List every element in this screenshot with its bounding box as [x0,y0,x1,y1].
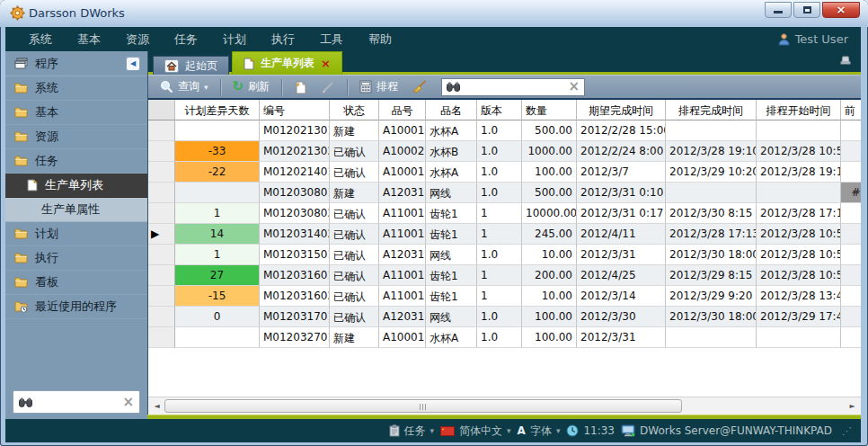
sidebar-item-4[interactable]: 生产单列表 [5,174,147,198]
cell-end[interactable] [666,327,757,348]
column-header-10[interactable]: 前 [841,100,861,120]
status-font-menu[interactable]: A 字体 ▾ [518,424,561,439]
cell-diff[interactable] [175,120,260,141]
table-row[interactable]: ▶14M012031402已确认A11001齿轮11245.002012/4/1… [148,224,861,245]
clear-button[interactable] [407,78,431,95]
cell-item_no[interactable]: A11001 [379,286,426,307]
cell-item_name[interactable]: 网线 [426,183,477,203]
cell-item_no[interactable]: A10001 [379,120,426,141]
cell-due[interactable]: 2012/3/31 0:10 [577,183,666,203]
cell-item_name[interactable]: 水杯A [426,327,477,348]
menu-item-3[interactable]: 任务 [162,28,210,51]
cell-item_no[interactable]: A12031 [379,183,426,203]
cell-ver[interactable]: 1 [477,203,522,224]
column-header-1[interactable]: 编号 [260,100,330,120]
row-selector[interactable]: ▶ [148,224,175,245]
column-header-5[interactable]: 版本 [477,100,522,120]
cell-item_name[interactable]: 水杯A [426,162,477,183]
row-selector[interactable] [148,141,175,162]
menu-item-6[interactable]: 工具 [307,28,356,51]
cell-status[interactable]: 已确认 [330,162,379,183]
cell-no[interactable]: M012031602 [260,286,330,307]
cell-extra[interactable] [841,245,861,265]
cell-start[interactable]: 2012/3/29 17:46 [757,307,841,327]
column-header-2[interactable]: 状态 [330,100,379,120]
toolbar-search-clear-icon[interactable]: × [569,80,580,94]
cell-due[interactable]: 2012/3/31 0:17 [577,203,666,224]
refresh-button[interactable]: ↻ 刷新 [228,77,275,96]
cell-status[interactable]: 已确认 [330,203,379,224]
sidebar-search-input[interactable] [32,396,122,408]
sidebar-item-3[interactable]: 任务 [5,149,147,174]
cell-due[interactable]: 2012/3/14 [577,286,666,307]
status-language-menu[interactable]: 简体中文 ▾ [440,424,511,439]
cell-item_no[interactable]: A11001 [379,265,426,286]
sidebar-item-8[interactable]: 看板 [5,271,147,295]
cell-end[interactable]: 2012/3/30 18:00 [666,307,757,327]
title-bar[interactable]: Darsson DWorks × [0,0,868,27]
cell-extra[interactable] [841,203,861,224]
sidebar-collapse-button[interactable]: ◀ [126,57,140,71]
cell-status[interactable]: 已确认 [330,224,379,245]
query-dropdown-icon[interactable]: ▾ [204,83,208,92]
cell-diff[interactable]: 1 [175,245,260,265]
pin-icon[interactable] [839,56,852,67]
cell-extra[interactable] [841,224,861,245]
cell-status[interactable]: 已确认 [330,141,379,162]
cell-ver[interactable]: 1.0 [477,327,522,348]
row-selector[interactable] [148,183,175,203]
table-row[interactable]: M012030801新建A12031网线1.0500.002012/3/31 0… [148,183,861,203]
column-header-8[interactable]: 排程完成时间 [666,100,757,120]
tab-close-icon[interactable]: × [321,58,331,69]
tab-1[interactable]: 生产单列表× [232,51,342,75]
cell-status[interactable]: 已确认 [330,307,379,327]
cell-due[interactable]: 2012/2/24 8:00 [577,141,666,162]
cell-start[interactable] [757,183,841,203]
sidebar-item-0[interactable]: 系统 [5,76,147,101]
cell-diff[interactable] [175,327,260,348]
cell-ver[interactable]: 1 [477,224,522,245]
font-dropdown-icon[interactable]: ▾ [556,426,561,435]
cell-end[interactable] [666,120,757,141]
minimize-button[interactable] [765,2,792,18]
row-selector[interactable] [148,265,175,286]
cell-no[interactable]: M012032701 [260,327,330,348]
cell-end[interactable] [666,183,757,203]
cell-diff[interactable]: 27 [175,265,260,286]
cell-start[interactable] [757,327,841,348]
cell-due[interactable]: 2012/3/30 [577,307,666,327]
cell-ver[interactable]: 1 [477,286,522,307]
edit-button[interactable] [316,78,340,96]
row-selector[interactable] [148,307,175,327]
cell-ver[interactable]: 1.0 [477,245,522,265]
new-button[interactable] [289,78,312,96]
cell-due[interactable]: 2012/4/11 [577,224,666,245]
cell-status[interactable]: 已确认 [330,245,379,265]
cell-start[interactable]: 2012/3/28 10:52 [757,245,841,265]
cell-item_no[interactable]: A10001 [379,327,426,348]
user-indicator[interactable]: Test User [778,32,861,46]
cell-end[interactable]: 2012/3/28 17:13 [666,224,757,245]
table-row[interactable]: -22M012021401已确认A10001水杯A1.0100.002012/3… [148,162,861,183]
cell-item_no[interactable]: A12031 [379,307,426,327]
cell-start[interactable]: 2012/3/28 10:52 [757,224,841,245]
cell-end[interactable]: 2012/3/28 19:10 [666,141,757,162]
cell-extra[interactable] [841,327,861,348]
table-row[interactable]: 1M012030802已确认A11001齿轮1110000.002012/3/3… [148,203,861,224]
menu-item-4[interactable]: 计划 [210,28,259,51]
cell-extra[interactable] [841,162,861,183]
cell-ver[interactable]: 1 [477,265,522,286]
status-task-menu[interactable]: 任务 ▾ [389,424,435,439]
cell-qty[interactable]: 245.00 [522,224,577,245]
cell-ver[interactable]: 1.0 [477,120,522,141]
cell-due[interactable]: 2012/2/28 15:00 [577,120,666,141]
cell-qty[interactable]: 100.00 [522,307,577,327]
scroll-right-icon[interactable]: ► [846,400,858,413]
cell-end[interactable]: 2012/3/29 10:20 [666,162,757,183]
cell-due[interactable]: 2012/3/31 [577,327,666,348]
cell-item_name[interactable]: 网线 [426,307,477,327]
table-row[interactable]: 0M012031701已确认A12031网线1.0100.002012/3/30… [148,307,861,327]
cell-qty[interactable]: 10.00 [522,286,577,307]
cell-item_name[interactable]: 齿轮1 [426,265,477,286]
close-button[interactable]: × [822,2,860,18]
